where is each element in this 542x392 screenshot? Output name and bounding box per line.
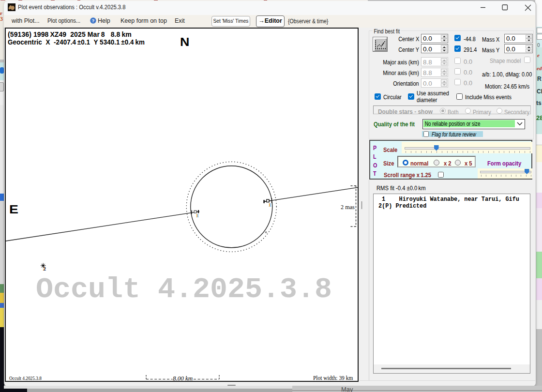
svg-text:?: ? bbox=[92, 18, 95, 23]
